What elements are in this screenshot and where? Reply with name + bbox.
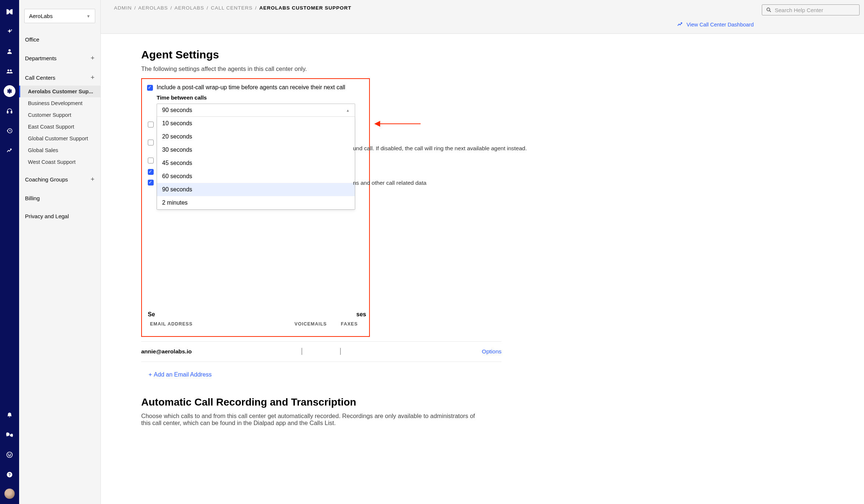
sidebar-item-aerolabs-cs[interactable]: Aerolabs Customer Sup... xyxy=(19,86,100,97)
opt-45s[interactable]: 45 seconds xyxy=(157,156,355,170)
chevron-down-icon: ▼ xyxy=(86,14,90,18)
logo-icon[interactable] xyxy=(4,6,15,18)
recording-desc: Choose which calls to and from this call… xyxy=(141,413,479,426)
obscured-checkbox-2[interactable] xyxy=(148,140,154,145)
page-title: Agent Settings xyxy=(141,48,842,61)
sidebar: AerоLabs ▼ Office Departments + Call Cen… xyxy=(19,0,101,504)
svg-rect-5 xyxy=(11,111,12,113)
annotation-arrow xyxy=(374,121,421,127)
history-icon[interactable] xyxy=(4,125,15,137)
search-icon xyxy=(766,7,772,13)
plus-icon[interactable]: + xyxy=(90,54,94,62)
chat-icon[interactable] xyxy=(4,429,15,441)
svg-point-7 xyxy=(7,452,13,458)
plus-icon: + xyxy=(149,371,152,378)
avatar[interactable] xyxy=(4,489,15,499)
svg-rect-4 xyxy=(7,111,8,113)
svg-point-2 xyxy=(10,69,12,71)
col-vm: VOICEMAILS xyxy=(287,321,335,327)
partial-data-text: ns and other call related data xyxy=(353,180,426,186)
nav-call-centers[interactable]: Call Centers + xyxy=(19,70,100,86)
org-name: AerоLabs xyxy=(29,13,53,19)
wrapup-label: Include a post-call wrap-up time before … xyxy=(157,84,345,91)
top-bar: ADMIN / AEROLABS / AEROLABS / CALL CENTE… xyxy=(101,0,864,34)
search-input[interactable] xyxy=(775,7,856,13)
fax-checkbox[interactable] xyxy=(340,348,341,355)
highlight-box: Include a post-call wrap-up time before … xyxy=(141,78,370,337)
plus-icon[interactable]: + xyxy=(90,74,94,82)
partial-disabled-text: und call. If disabled, the call will rin… xyxy=(353,145,527,152)
sidebar-item-west[interactable]: West Coast Support xyxy=(19,156,100,168)
sidebar-item-bizdev[interactable]: Business Development xyxy=(19,97,100,109)
svg-point-1 xyxy=(7,69,9,71)
options-link[interactable]: Options xyxy=(482,348,501,355)
main: ADMIN / AEROLABS / AEROLABS / CALL CENTE… xyxy=(101,0,864,504)
plus-icon[interactable]: + xyxy=(90,176,94,183)
crumb-aerolabs2[interactable]: AEROLABS xyxy=(174,5,204,11)
nav-coaching[interactable]: Coaching Groups + xyxy=(19,172,100,187)
vm-checkbox[interactable] xyxy=(301,348,302,355)
opt-60s[interactable]: 60 seconds xyxy=(157,170,355,183)
opt-30s[interactable]: 30 seconds xyxy=(157,143,355,156)
nav-billing[interactable]: Billing xyxy=(19,191,100,205)
time-selected: 90 seconds xyxy=(162,107,192,114)
headset-icon[interactable] xyxy=(4,105,15,117)
crumb-aerolabs1[interactable]: AEROLABS xyxy=(138,5,168,11)
sidebar-item-global-sales[interactable]: Global Sales xyxy=(19,144,100,156)
view-dashboard-link[interactable]: View Call Center Dashboard xyxy=(677,21,754,28)
chevron-up-icon: ▲ xyxy=(346,108,350,112)
obscured-checkbox-4[interactable] xyxy=(148,169,154,175)
crumb-admin[interactable]: ADMIN xyxy=(114,5,132,11)
org-selector[interactable]: AerоLabs ▼ xyxy=(24,9,95,23)
nav-office[interactable]: Office xyxy=(19,32,100,47)
time-dropdown: 10 seconds 20 seconds 30 seconds 45 seco… xyxy=(157,116,355,209)
col-email: EMAIL ADDRESS xyxy=(150,321,287,327)
opt-20s[interactable]: 20 seconds xyxy=(157,130,355,143)
sparkle-icon[interactable] xyxy=(4,26,15,37)
sidebar-item-global-cs[interactable]: Global Customer Support xyxy=(19,133,100,144)
help-icon[interactable]: ? xyxy=(4,469,15,480)
add-email-link[interactable]: + Add an Email Address xyxy=(149,371,212,378)
trend-icon xyxy=(677,21,683,28)
content: Agent Settings The following settings af… xyxy=(101,34,864,504)
breadcrumb: ADMIN / AEROLABS / AEROLABS / CALL CENTE… xyxy=(114,5,854,11)
opt-2m[interactable]: 2 minutes xyxy=(157,196,355,209)
u-icon[interactable] xyxy=(4,449,15,461)
time-label: Time between calls xyxy=(157,94,364,101)
bell-icon[interactable] xyxy=(4,409,15,421)
email-address: annie@aerolabs.io xyxy=(141,348,278,355)
wrapup-checkbox[interactable] xyxy=(147,85,153,91)
settings-icon[interactable] xyxy=(4,85,15,97)
time-select[interactable]: 90 seconds ▲ 10 seconds 20 seconds 30 se… xyxy=(157,104,355,210)
recording-title: Automatic Call Recording and Transcripti… xyxy=(141,396,842,408)
obscured-checkbox-1[interactable] xyxy=(148,122,154,127)
svg-text:?: ? xyxy=(8,472,11,477)
analytics-icon[interactable] xyxy=(4,145,15,156)
svg-point-10 xyxy=(767,8,770,11)
crumb-current: AEROLABS CUSTOMER SUPPORT xyxy=(259,5,351,11)
section-desc: The following settings affect the agents… xyxy=(141,65,842,72)
nav-privacy[interactable]: Privacy and Legal xyxy=(19,209,100,223)
sidebar-item-cs[interactable]: Customer Support xyxy=(19,109,100,121)
obscured-checkbox-5[interactable] xyxy=(148,180,154,186)
col-fax: FAXES xyxy=(335,321,364,327)
nav-departments[interactable]: Departments + xyxy=(19,50,100,66)
email-row: annie@aerolabs.io Options xyxy=(141,341,501,362)
partial-se: Se xyxy=(148,311,155,318)
partial-ses: ses xyxy=(356,311,366,318)
person-icon[interactable] xyxy=(4,46,15,57)
opt-10s[interactable]: 10 seconds xyxy=(157,117,355,130)
obscured-checkbox-3[interactable] xyxy=(148,158,154,163)
icon-rail: ? xyxy=(0,0,19,504)
group-icon[interactable] xyxy=(4,65,15,77)
search-box[interactable] xyxy=(762,4,860,15)
opt-90s[interactable]: 90 seconds xyxy=(157,183,355,196)
sidebar-item-east[interactable]: East Coast Support xyxy=(19,121,100,133)
crumb-callcenters[interactable]: CALL CENTERS xyxy=(211,5,253,11)
svg-point-0 xyxy=(8,49,11,51)
